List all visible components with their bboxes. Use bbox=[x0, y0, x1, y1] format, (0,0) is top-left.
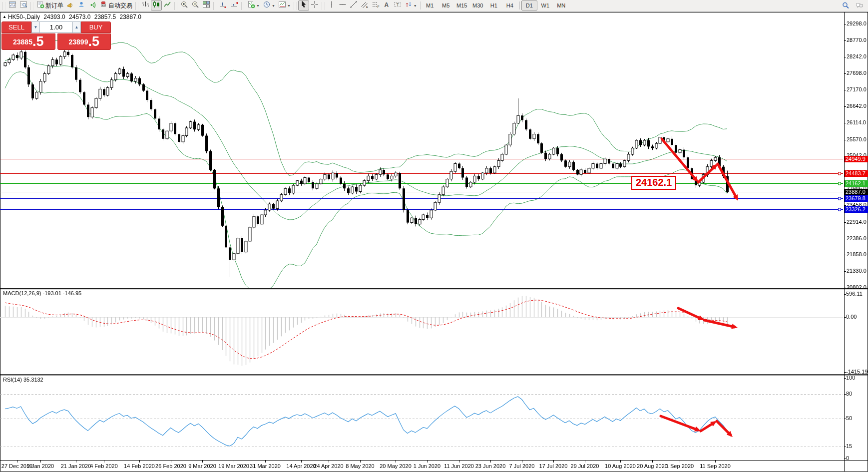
date-tick-label: 8 May 2020 bbox=[346, 463, 374, 469]
timeframe-m15-button[interactable]: M15 bbox=[454, 0, 470, 10]
price-tick-label: 27698.0 bbox=[847, 70, 867, 76]
fibonacci-tool[interactable]: F bbox=[370, 0, 381, 10]
data-window-icon bbox=[19, 0, 27, 10]
macd-tick-label: 0.00 bbox=[846, 314, 857, 320]
collapse-panel-icon[interactable]: ▲ bbox=[2, 14, 6, 19]
chart-canvas[interactable] bbox=[0, 0, 868, 472]
date-tick-label: 11 Jun 2020 bbox=[444, 463, 474, 469]
new-order-button[interactable]: 新订单 bbox=[35, 0, 65, 10]
community-icon[interactable] bbox=[76, 0, 87, 10]
price-tick-label: 26114.0 bbox=[847, 119, 866, 125]
news-icon bbox=[88, 0, 96, 10]
sell-price-button[interactable]: 23885.5 bbox=[1, 33, 55, 50]
rsi-tick-label: 15 bbox=[846, 443, 852, 449]
volume-input[interactable]: 1.00 bbox=[40, 21, 72, 33]
fibo-icon: F bbox=[372, 0, 380, 10]
timeframe-w1-button[interactable]: W1 bbox=[537, 0, 553, 10]
timeframe-mn-button[interactable]: MN bbox=[553, 0, 569, 10]
date-tick-label: 20 Aug 2020 bbox=[637, 463, 668, 469]
charts-window-icon[interactable] bbox=[7, 0, 18, 10]
chat-icon[interactable] bbox=[854, 0, 865, 10]
periods-button[interactable]: ▼ bbox=[261, 0, 277, 10]
chevron-down-icon[interactable]: ▼ bbox=[414, 4, 417, 7]
timeframe-m30-button[interactable]: M30 bbox=[470, 0, 486, 10]
horizontal-line-tool[interactable] bbox=[337, 0, 348, 10]
crosshair-icon bbox=[311, 0, 319, 10]
text-tool[interactable]: A bbox=[381, 0, 392, 10]
autotrading-button[interactable]: 自动交易 bbox=[98, 0, 134, 10]
vertical-line-tool[interactable] bbox=[326, 0, 337, 10]
macd-values: -193.01 -146.95 bbox=[42, 290, 81, 296]
price-level-label[interactable]: 23679.8 bbox=[845, 195, 868, 202]
zoom-in-icon[interactable] bbox=[179, 0, 190, 10]
toolbar-drag-handle bbox=[322, 2, 325, 9]
chevron-down-icon[interactable]: ▼ bbox=[256, 4, 260, 7]
chart-shift-icon[interactable] bbox=[229, 0, 240, 10]
auto-scroll-icon[interactable] bbox=[218, 0, 229, 10]
buy-price-button[interactable]: 23899.5 bbox=[57, 33, 111, 50]
candles-mode-icon[interactable] bbox=[151, 0, 162, 10]
price-tick-label: 25570.0 bbox=[847, 136, 867, 142]
toolbar-drag-handle bbox=[213, 2, 216, 9]
toolbar-separator bbox=[420, 1, 421, 9]
svg-text:A: A bbox=[384, 1, 389, 8]
price-level-label[interactable]: 24483.7 bbox=[845, 170, 868, 177]
price-tick-label: 26642.0 bbox=[847, 103, 867, 109]
timeframe-m5-button[interactable]: M5 bbox=[438, 0, 454, 10]
label-icon: T bbox=[394, 0, 402, 10]
date-tick-label: 1 Jun 2020 bbox=[414, 463, 440, 469]
timeframe-h4-button[interactable]: H4 bbox=[502, 0, 518, 10]
equidistant-channel-tool[interactable]: E bbox=[359, 0, 370, 10]
crosshair-tool[interactable] bbox=[309, 0, 320, 10]
buy-button[interactable]: BUY bbox=[81, 21, 111, 33]
date-tick-label: 29 Jul 2020 bbox=[571, 463, 599, 469]
timeframe-d1-button[interactable]: D1 bbox=[521, 0, 537, 10]
label-tool[interactable]: T bbox=[392, 0, 403, 10]
price-level-label[interactable]: 24162.1 bbox=[845, 180, 868, 187]
price-tick-label: 28770.0 bbox=[847, 37, 867, 43]
chevron-down-icon[interactable]: ▼ bbox=[287, 4, 291, 7]
timeframe-m1-button[interactable]: M1 bbox=[422, 0, 438, 10]
tile-windows-icon bbox=[202, 0, 210, 10]
zoom-out-icon[interactable] bbox=[190, 0, 201, 10]
ohlc-low: 23857.5 bbox=[94, 13, 116, 20]
date-tick-label: 14 Apr 2020 bbox=[286, 463, 316, 469]
timeframe-h1-button[interactable]: H1 bbox=[486, 0, 502, 10]
price-level-label[interactable]: 24949.9 bbox=[845, 156, 868, 162]
arrows-tool[interactable]: ▼ bbox=[403, 0, 419, 10]
new-chart-button[interactable]: ▼ bbox=[246, 0, 261, 10]
svg-text:E: E bbox=[366, 5, 368, 8]
volume-increase-button[interactable]: ▲ bbox=[72, 21, 81, 33]
text-icon: A bbox=[383, 0, 391, 10]
date-tick-label: 23 Jun 2020 bbox=[475, 463, 506, 469]
tile-windows-icon[interactable] bbox=[201, 0, 212, 10]
chevron-down-icon[interactable]: ▼ bbox=[272, 4, 275, 7]
rsi-tick-label: 50 bbox=[846, 415, 852, 421]
news-signal-icon[interactable] bbox=[87, 0, 98, 10]
templates-button[interactable]: ▼ bbox=[277, 0, 292, 10]
trendline-tool[interactable] bbox=[348, 0, 359, 10]
price-annotation-box[interactable]: 24162.1 bbox=[631, 176, 676, 190]
cursor-tool[interactable] bbox=[298, 0, 309, 10]
data-window-icon[interactable] bbox=[18, 0, 29, 10]
sell-button[interactable]: SELL bbox=[1, 21, 31, 33]
volume-decrease-button[interactable]: ▼ bbox=[31, 21, 40, 33]
toolbar-drag-handle bbox=[241, 2, 244, 9]
symbol-period-label: HK50-,Daily bbox=[8, 13, 40, 20]
bars-mode-icon[interactable] bbox=[140, 0, 151, 10]
price-level-label[interactable]: 23887.0 bbox=[845, 189, 868, 195]
svg-text:F: F bbox=[377, 5, 379, 8]
chevron-up-icon: ▲ bbox=[75, 25, 79, 29]
toolbar: 新订单自动交易▼▼▼EFAT▼ M1M5M15M30H1H4D1W1MN bbox=[0, 0, 868, 11]
search-icon[interactable] bbox=[840, 0, 851, 10]
toolbar-groups: 新订单自动交易▼▼▼EFAT▼ bbox=[1, 0, 419, 10]
toolbar-separator bbox=[519, 1, 520, 9]
macd-tick-label: 596.11 bbox=[846, 291, 863, 297]
line-mode-icon[interactable] bbox=[162, 0, 173, 10]
rsi-label: RSI(14) 35.3132 bbox=[3, 377, 43, 383]
toolbar-right bbox=[840, 0, 868, 10]
alerts-icon[interactable] bbox=[65, 0, 76, 10]
price-level-label[interactable]: 23326.2 bbox=[845, 206, 868, 213]
price-tick-label: 22386.0 bbox=[847, 235, 867, 241]
sell-price-int: 23885 bbox=[13, 35, 32, 49]
